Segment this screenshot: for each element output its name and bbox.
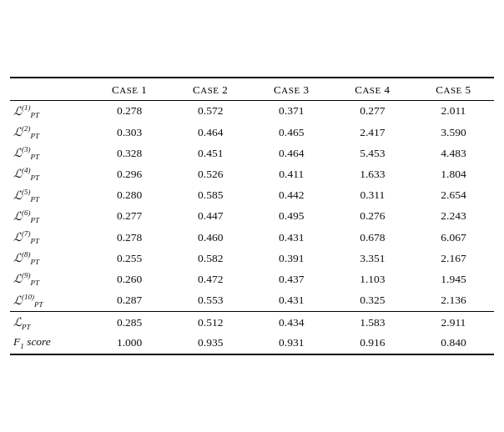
cell-8-3: 0.391: [251, 248, 332, 269]
cell-2-4: 2.417: [332, 122, 413, 143]
row-label-3: ℒ(3)PT: [10, 143, 89, 163]
cell-3-2: 0.451: [170, 143, 251, 163]
cell-10-2: 0.553: [170, 290, 251, 312]
summary-cell-lpt-4: 1.583: [332, 311, 413, 333]
row-label-4: ℒ(4)PT: [10, 163, 89, 184]
cell-10-4: 0.325: [332, 290, 413, 312]
table-row: ℒ(9)PT 0.260 0.472 0.437 1.103 1.945: [10, 269, 494, 289]
table-row: ℒ(4)PT 0.296 0.526 0.411 1.633 1.804: [10, 163, 494, 184]
cell-4-2: 0.526: [170, 163, 251, 184]
header-row: CASE 1 CASE 2 CASE 3 CASE 4 CASE 5: [10, 78, 494, 101]
cell-3-3: 0.464: [251, 143, 332, 163]
table-row: ℒ(3)PT 0.328 0.451 0.464 5.453 4.483: [10, 143, 494, 163]
cell-8-1: 0.255: [89, 248, 170, 269]
cell-7-2: 0.460: [170, 227, 251, 248]
summary-cell-f1-5: 0.840: [413, 333, 494, 354]
cell-9-4: 1.103: [332, 269, 413, 289]
cell-6-5: 2.243: [413, 206, 494, 227]
cell-8-2: 0.582: [170, 248, 251, 269]
summary-row-f1: F1 score 1.000 0.935 0.931 0.916 0.840: [10, 333, 494, 354]
cell-5-5: 2.654: [413, 185, 494, 206]
cell-2-2: 0.464: [170, 122, 251, 143]
row-label-9: ℒ(9)PT: [10, 269, 89, 289]
cell-4-1: 0.296: [89, 163, 170, 184]
cell-3-4: 5.453: [332, 143, 413, 163]
cell-1-3: 0.371: [251, 100, 332, 122]
row-label-7: ℒ(7)PT: [10, 227, 89, 248]
row-label-5: ℒ(5)PT: [10, 185, 89, 206]
summary-label-f1: F1 score: [10, 333, 89, 354]
cell-10-3: 0.431: [251, 290, 332, 312]
row-label-10: ℒ(10)PT: [10, 290, 89, 312]
cell-1-5: 2.011: [413, 100, 494, 122]
cell-5-1: 0.280: [89, 185, 170, 206]
row-label-6: ℒ(6)PT: [10, 206, 89, 227]
cell-3-1: 0.328: [89, 143, 170, 163]
cell-7-1: 0.278: [89, 227, 170, 248]
summary-cell-lpt-5: 2.911: [413, 311, 494, 333]
cell-10-5: 2.136: [413, 290, 494, 312]
col-header-case4: CASE 4: [332, 78, 413, 101]
cell-2-5: 3.590: [413, 122, 494, 143]
cell-6-3: 0.495: [251, 206, 332, 227]
cell-9-3: 0.437: [251, 269, 332, 289]
cell-2-3: 0.465: [251, 122, 332, 143]
cell-9-1: 0.260: [89, 269, 170, 289]
cell-8-4: 3.351: [332, 248, 413, 269]
cell-5-4: 0.311: [332, 185, 413, 206]
col-header-case5: CASE 5: [413, 78, 494, 101]
cell-2-1: 0.303: [89, 122, 170, 143]
cell-5-3: 0.442: [251, 185, 332, 206]
col-header-case3: CASE 3: [251, 78, 332, 101]
summary-label-lpt: ℒPT: [10, 311, 89, 333]
summary-cell-lpt-3: 0.434: [251, 311, 332, 333]
table-row: ℒ(7)PT 0.278 0.460 0.431 0.678 6.067: [10, 227, 494, 248]
table-row: ℒ(8)PT 0.255 0.582 0.391 3.351 2.167: [10, 248, 494, 269]
cell-7-5: 6.067: [413, 227, 494, 248]
summary-cell-f1-2: 0.935: [170, 333, 251, 354]
col-header-case2: CASE 2: [170, 78, 251, 101]
cell-1-2: 0.572: [170, 100, 251, 122]
cell-4-4: 1.633: [332, 163, 413, 184]
summary-cell-lpt-1: 0.285: [89, 311, 170, 333]
summary-row-lpt: ℒPT 0.285 0.512 0.434 1.583 2.911: [10, 311, 494, 333]
cell-6-4: 0.276: [332, 206, 413, 227]
col-header-label: [10, 78, 89, 101]
row-label-1: ℒ(1)PT: [10, 100, 89, 122]
table-row: ℒ(6)PT 0.277 0.447 0.495 0.276 2.243: [10, 206, 494, 227]
cell-10-1: 0.287: [89, 290, 170, 312]
cell-3-5: 4.483: [413, 143, 494, 163]
summary-cell-f1-3: 0.931: [251, 333, 332, 354]
cell-8-5: 2.167: [413, 248, 494, 269]
cell-9-5: 1.945: [413, 269, 494, 289]
summary-cell-f1-1: 1.000: [89, 333, 170, 354]
cell-7-3: 0.431: [251, 227, 332, 248]
col-header-case1: CASE 1: [89, 78, 170, 101]
cell-1-4: 0.277: [332, 100, 413, 122]
table-row: ℒ(1)PT 0.278 0.572 0.371 0.277 2.011: [10, 100, 494, 122]
cell-9-2: 0.472: [170, 269, 251, 289]
cell-6-2: 0.447: [170, 206, 251, 227]
cell-7-4: 0.678: [332, 227, 413, 248]
table-row: ℒ(10)PT 0.287 0.553 0.431 0.325 2.136: [10, 290, 494, 312]
row-label-8: ℒ(8)PT: [10, 248, 89, 269]
data-table: CASE 1 CASE 2 CASE 3 CASE 4 CASE 5 ℒ(1)P…: [10, 77, 494, 355]
table-wrapper: CASE 1 CASE 2 CASE 3 CASE 4 CASE 5 ℒ(1)P…: [10, 77, 494, 355]
cell-4-5: 1.804: [413, 163, 494, 184]
summary-cell-f1-4: 0.916: [332, 333, 413, 354]
table-row: ℒ(5)PT 0.280 0.585 0.442 0.311 2.654: [10, 185, 494, 206]
summary-cell-lpt-2: 0.512: [170, 311, 251, 333]
cell-5-2: 0.585: [170, 185, 251, 206]
table-row: ℒ(2)PT 0.303 0.464 0.465 2.417 3.590: [10, 122, 494, 143]
cell-4-3: 0.411: [251, 163, 332, 184]
row-label-2: ℒ(2)PT: [10, 122, 89, 143]
cell-1-1: 0.278: [89, 100, 170, 122]
cell-6-1: 0.277: [89, 206, 170, 227]
